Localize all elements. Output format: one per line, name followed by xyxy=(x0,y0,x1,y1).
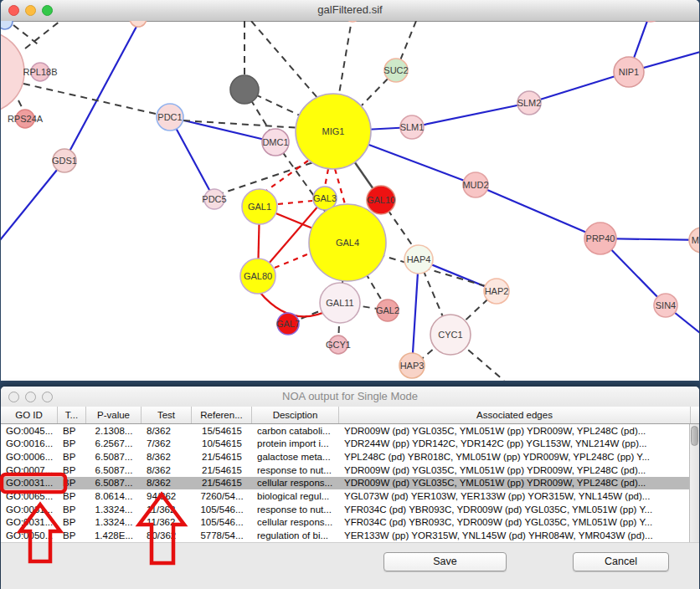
edge-reddash xyxy=(325,169,328,187)
cell: 80/362 xyxy=(142,530,192,540)
node-label-GDS1: GDS1 xyxy=(52,156,77,166)
edge-blue xyxy=(64,23,138,161)
node-label-RPS24A: RPS24A xyxy=(8,114,44,124)
cell: 21/54615 xyxy=(192,452,252,462)
table-row[interactable]: GO:0031...BP6.5087...8/36221/54615cellul… xyxy=(1,477,689,490)
cell: 5778/54... xyxy=(192,530,252,540)
cell: YDR009W (pd) YGL035C, YML051W (pp) YDR00… xyxy=(339,465,689,475)
node-label-HAP3: HAP3 xyxy=(400,361,425,371)
cell: GO:0006... xyxy=(1,452,58,462)
scrollbar-thumb[interactable] xyxy=(691,426,698,446)
network-window: galFiltered.sif RPL18BRPS24AGDS1PDC1DMC1… xyxy=(1,0,699,381)
table-row[interactable]: GO:0045...BP2.1308...8/36215/54615carbon… xyxy=(1,424,689,438)
node-label-GAL11: GAL11 xyxy=(326,298,353,308)
node-label-GAL10: GAL10 xyxy=(367,195,395,205)
node-label-PDC5: PDC5 xyxy=(202,194,226,204)
table-row[interactable]: GO:0006...BP6.5087...8/36221/54615galact… xyxy=(1,450,689,464)
node-label-GAL1: GAL1 xyxy=(248,202,271,212)
table-body: GO:0045...BP2.1308...8/36215/54615carbon… xyxy=(1,424,689,542)
node-label-SUC2: SUC2 xyxy=(383,65,408,75)
save-button[interactable]: Save xyxy=(383,552,507,571)
cell: 21/54615 xyxy=(192,478,252,488)
network-canvas[interactable]: RPL18BRPS24AGDS1PDC1DMC1MIG1SUC2SLM1SLM2… xyxy=(1,21,699,381)
column-header-go-id[interactable]: GO ID xyxy=(1,407,58,423)
cell: YGL073W (pd) YER103W, YER133W (pp) YOR31… xyxy=(339,491,689,501)
node-label-MUD2: MUD2 xyxy=(462,180,488,190)
noa-output-window: NOA output for Single Mode GO IDT...P-va… xyxy=(1,387,699,589)
table-header: GO IDT...P-valueTestReferen...Desciption… xyxy=(1,407,699,424)
table-row[interactable]: GO:0050...BP1.428E...80/3625778/54...reg… xyxy=(1,529,689,542)
cell: YDR009W (pd) YGL035C, YML051W (pp) YDR00… xyxy=(339,478,689,488)
node-label-DMC1: DMC1 xyxy=(262,137,288,147)
node-frag-top2[interactable] xyxy=(345,21,360,22)
table-row[interactable]: GO:0031...BP1.3324...11/362105/546...cel… xyxy=(1,516,689,530)
cell: 94/362 xyxy=(142,491,192,501)
cell: 21/54615 xyxy=(192,465,252,475)
node-label-PDC1: PDC1 xyxy=(157,112,182,122)
node-label-PRP40: PRP40 xyxy=(586,233,615,243)
cell: 10/54615 xyxy=(192,438,252,448)
table-row[interactable]: GO:0031...BP1.3324...11/362105/546...res… xyxy=(1,503,689,516)
cell: GO:0007... xyxy=(1,465,58,475)
cell: YDR009W (pd) YGL035C, YML051W (pp) YDR00… xyxy=(339,426,689,436)
cell: 105/546... xyxy=(192,517,252,527)
node-label-SLM1: SLM1 xyxy=(400,122,425,132)
edge-dash xyxy=(339,21,353,94)
cell: BP xyxy=(58,517,86,527)
node-label-CYC1: CYC1 xyxy=(438,330,462,340)
cell: GO:0031... xyxy=(1,504,58,515)
column-header-associated-edges[interactable]: Associated edges xyxy=(339,407,691,423)
node-gray-node[interactable] xyxy=(230,75,259,104)
node-frag-top1[interactable] xyxy=(130,21,147,27)
table-row[interactable]: GO:0016...BP6.2567...7/36210/54615protei… xyxy=(1,438,689,451)
table-row[interactable]: GO:0065...BP8.0614...94/3627260/54...bio… xyxy=(1,489,689,503)
cell: BP xyxy=(58,491,86,501)
cell: 11/362 xyxy=(142,504,192,515)
node-label-GAL2: GAL2 xyxy=(376,305,399,315)
cell: YFR034C (pd) YBR093C, YDR009W (pd) YGL03… xyxy=(339,504,689,515)
cell: cellular respons... xyxy=(252,517,339,527)
noa-window-titlebar[interactable]: NOA output for Single Mode xyxy=(1,387,699,407)
cancel-button[interactable]: Cancel xyxy=(573,552,669,571)
node-label-MIG1: MIG1 xyxy=(322,126,345,136)
cell: carbon cataboli... xyxy=(252,426,339,436)
edge-blue xyxy=(412,103,529,127)
cell: galactose meta... xyxy=(252,452,339,462)
cell: 6.5087... xyxy=(86,478,142,488)
cell: 8/362 xyxy=(142,426,192,436)
cell: response to nut... xyxy=(252,504,339,515)
table-row[interactable]: GO:0007...BP6.5087...8/36221/54615respon… xyxy=(1,464,689,477)
edge-dash xyxy=(25,21,60,49)
column-header-referen-[interactable]: Referen... xyxy=(192,407,252,423)
column-header-desciption[interactable]: Desciption xyxy=(252,407,339,423)
network-window-titlebar[interactable]: galFiltered.sif xyxy=(1,0,699,22)
cell: regulation of bi... xyxy=(252,530,339,540)
node-label-SIN4: SIN4 xyxy=(656,300,676,310)
cell: GO:0016... xyxy=(1,438,58,448)
column-header-test[interactable]: Test xyxy=(142,407,192,423)
cell: BP xyxy=(58,478,86,488)
cell: 1.3324... xyxy=(86,517,142,527)
node-frag-bigleft[interactable] xyxy=(1,31,24,113)
edge-dash xyxy=(251,21,318,99)
cell: 8.0614... xyxy=(86,491,142,501)
node-label-GAL80: GAL80 xyxy=(244,271,272,281)
column-header-p-value[interactable]: P-value xyxy=(86,407,142,423)
node-frag-topleft[interactable] xyxy=(1,21,13,29)
cell: 6.5087... xyxy=(86,452,142,462)
node-label-NIP1: NIP1 xyxy=(619,67,639,77)
vertical-scrollbar[interactable] xyxy=(689,424,699,542)
edge-dash xyxy=(23,84,170,117)
cell: 8/362 xyxy=(142,478,192,488)
node-label-GCY1: GCY1 xyxy=(326,340,351,350)
button-bar: Save Cancel xyxy=(1,542,699,589)
cell: 8/362 xyxy=(142,452,192,462)
node-frag-top3[interactable] xyxy=(640,21,661,22)
column-header-t-[interactable]: T... xyxy=(58,407,86,423)
cell: 1.3324... xyxy=(86,504,142,515)
cell: 105/546... xyxy=(192,504,252,515)
node-label-GAL7: GAL7 xyxy=(276,319,300,329)
node-label-RPL18B: RPL18B xyxy=(23,67,58,77)
cell: YDR244W (pp) YDR142C, YDR142C (pp) YGL15… xyxy=(339,438,689,448)
cell: 7260/54... xyxy=(192,491,252,501)
